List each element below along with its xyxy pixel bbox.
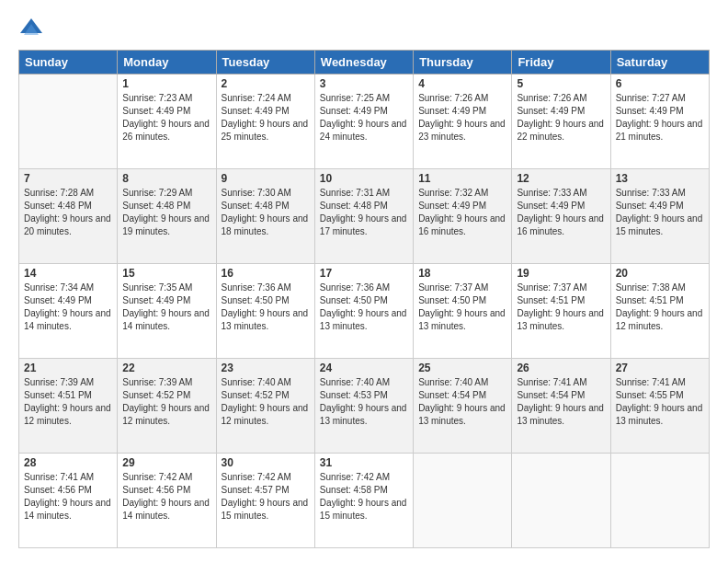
day-number: 23 <box>222 362 310 374</box>
day-number: 4 <box>418 77 506 90</box>
day-number: 1 <box>122 77 210 90</box>
day-number: 14 <box>24 267 112 280</box>
page: SundayMondayTuesdayWednesdayThursdayFrid… <box>0 0 728 563</box>
calendar-cell: 24Sunrise: 7:40 AMSunset: 4:53 PMDayligh… <box>314 359 413 454</box>
day-number: 21 <box>24 362 112 374</box>
col-header-monday: Monday <box>118 51 216 75</box>
day-number: 7 <box>24 172 112 185</box>
day-number: 11 <box>418 172 506 185</box>
calendar-cell <box>610 454 709 548</box>
day-info: Sunrise: 7:41 AMSunset: 4:56 PMDaylight:… <box>24 471 112 523</box>
day-number: 30 <box>222 456 310 469</box>
calendar-week-row: 21Sunrise: 7:39 AMSunset: 4:51 PMDayligh… <box>19 359 710 454</box>
calendar-cell: 10Sunrise: 7:31 AMSunset: 4:48 PMDayligh… <box>314 169 413 264</box>
day-info: Sunrise: 7:26 AMSunset: 4:49 PMDaylight:… <box>418 92 506 144</box>
day-info: Sunrise: 7:25 AMSunset: 4:49 PMDaylight:… <box>320 92 408 144</box>
day-number: 6 <box>616 77 704 90</box>
calendar-week-row: 28Sunrise: 7:41 AMSunset: 4:56 PMDayligh… <box>19 454 710 548</box>
day-info: Sunrise: 7:40 AMSunset: 4:53 PMDaylight:… <box>320 376 408 428</box>
day-info: Sunrise: 7:40 AMSunset: 4:52 PMDaylight:… <box>222 376 310 428</box>
calendar-cell: 27Sunrise: 7:41 AMSunset: 4:55 PMDayligh… <box>610 359 709 454</box>
day-info: Sunrise: 7:39 AMSunset: 4:52 PMDaylight:… <box>122 376 210 428</box>
day-info: Sunrise: 7:42 AMSunset: 4:56 PMDaylight:… <box>122 471 210 523</box>
day-number: 17 <box>320 267 408 280</box>
day-info: Sunrise: 7:38 AMSunset: 4:51 PMDaylight:… <box>616 282 704 333</box>
day-number: 2 <box>222 77 310 90</box>
calendar-cell: 23Sunrise: 7:40 AMSunset: 4:52 PMDayligh… <box>216 359 314 454</box>
calendar-cell: 8Sunrise: 7:29 AMSunset: 4:48 PMDaylight… <box>118 169 216 264</box>
day-info: Sunrise: 7:32 AMSunset: 4:49 PMDaylight:… <box>418 187 506 238</box>
calendar-cell: 31Sunrise: 7:42 AMSunset: 4:58 PMDayligh… <box>314 454 413 548</box>
calendar-cell: 15Sunrise: 7:35 AMSunset: 4:49 PMDayligh… <box>118 264 216 359</box>
day-number: 19 <box>517 267 605 280</box>
day-number: 16 <box>222 267 310 280</box>
day-number: 26 <box>517 362 605 374</box>
calendar-cell: 13Sunrise: 7:33 AMSunset: 4:49 PMDayligh… <box>610 169 709 264</box>
day-info: Sunrise: 7:36 AMSunset: 4:50 PMDaylight:… <box>222 282 310 333</box>
calendar-cell <box>512 454 610 548</box>
col-header-saturday: Saturday <box>610 51 709 75</box>
calendar-cell: 17Sunrise: 7:36 AMSunset: 4:50 PMDayligh… <box>314 264 413 359</box>
calendar-cell: 12Sunrise: 7:33 AMSunset: 4:49 PMDayligh… <box>512 169 610 264</box>
day-number: 12 <box>517 172 605 185</box>
day-number: 3 <box>320 77 408 90</box>
day-info: Sunrise: 7:42 AMSunset: 4:58 PMDaylight:… <box>320 471 408 523</box>
day-info: Sunrise: 7:26 AMSunset: 4:49 PMDaylight:… <box>517 92 605 144</box>
calendar-cell: 7Sunrise: 7:28 AMSunset: 4:48 PMDaylight… <box>19 169 118 264</box>
calendar-cell: 30Sunrise: 7:42 AMSunset: 4:57 PMDayligh… <box>216 454 314 548</box>
day-number: 27 <box>616 362 704 374</box>
day-info: Sunrise: 7:30 AMSunset: 4:48 PMDaylight:… <box>222 187 310 238</box>
calendar-cell: 16Sunrise: 7:36 AMSunset: 4:50 PMDayligh… <box>216 264 314 359</box>
day-info: Sunrise: 7:36 AMSunset: 4:50 PMDaylight:… <box>320 282 408 333</box>
calendar-cell <box>414 454 512 548</box>
day-info: Sunrise: 7:33 AMSunset: 4:49 PMDaylight:… <box>517 187 605 238</box>
day-number: 28 <box>24 456 112 469</box>
day-info: Sunrise: 7:37 AMSunset: 4:51 PMDaylight:… <box>517 282 605 333</box>
calendar-cell: 2Sunrise: 7:24 AMSunset: 4:49 PMDaylight… <box>216 75 314 169</box>
day-info: Sunrise: 7:34 AMSunset: 4:49 PMDaylight:… <box>24 282 112 333</box>
day-number: 31 <box>320 456 408 469</box>
calendar-cell: 18Sunrise: 7:37 AMSunset: 4:50 PMDayligh… <box>414 264 512 359</box>
day-number: 18 <box>418 267 506 280</box>
day-number: 15 <box>122 267 210 280</box>
day-number: 24 <box>320 362 408 374</box>
calendar-cell: 5Sunrise: 7:26 AMSunset: 4:49 PMDaylight… <box>512 75 610 169</box>
day-number: 10 <box>320 172 408 185</box>
calendar-week-row: 14Sunrise: 7:34 AMSunset: 4:49 PMDayligh… <box>19 264 710 359</box>
day-info: Sunrise: 7:31 AMSunset: 4:48 PMDaylight:… <box>320 187 408 238</box>
col-header-wednesday: Wednesday <box>314 51 413 75</box>
day-info: Sunrise: 7:29 AMSunset: 4:48 PMDaylight:… <box>122 187 210 238</box>
calendar-cell: 19Sunrise: 7:37 AMSunset: 4:51 PMDayligh… <box>512 264 610 359</box>
day-number: 25 <box>418 362 506 374</box>
day-info: Sunrise: 7:24 AMSunset: 4:49 PMDaylight:… <box>222 92 310 144</box>
calendar-cell <box>19 75 118 169</box>
day-info: Sunrise: 7:40 AMSunset: 4:54 PMDaylight:… <box>418 376 506 428</box>
calendar-cell: 22Sunrise: 7:39 AMSunset: 4:52 PMDayligh… <box>118 359 216 454</box>
day-info: Sunrise: 7:28 AMSunset: 4:48 PMDaylight:… <box>24 187 112 238</box>
calendar-cell: 20Sunrise: 7:38 AMSunset: 4:51 PMDayligh… <box>610 264 709 359</box>
calendar-header-row: SundayMondayTuesdayWednesdayThursdayFrid… <box>19 51 710 75</box>
logo-icon <box>18 15 44 40</box>
header <box>18 15 710 40</box>
calendar-cell: 14Sunrise: 7:34 AMSunset: 4:49 PMDayligh… <box>19 264 118 359</box>
calendar-cell: 29Sunrise: 7:42 AMSunset: 4:56 PMDayligh… <box>118 454 216 548</box>
day-number: 29 <box>122 456 210 469</box>
calendar-week-row: 7Sunrise: 7:28 AMSunset: 4:48 PMDaylight… <box>19 169 710 264</box>
day-info: Sunrise: 7:27 AMSunset: 4:49 PMDaylight:… <box>616 92 704 144</box>
day-info: Sunrise: 7:39 AMSunset: 4:51 PMDaylight:… <box>24 376 112 428</box>
day-number: 8 <box>122 172 210 185</box>
calendar-cell: 21Sunrise: 7:39 AMSunset: 4:51 PMDayligh… <box>19 359 118 454</box>
calendar-cell: 4Sunrise: 7:26 AMSunset: 4:49 PMDaylight… <box>414 75 512 169</box>
calendar-week-row: 1Sunrise: 7:23 AMSunset: 4:49 PMDaylight… <box>19 75 710 169</box>
day-info: Sunrise: 7:41 AMSunset: 4:55 PMDaylight:… <box>616 376 704 428</box>
day-info: Sunrise: 7:23 AMSunset: 4:49 PMDaylight:… <box>122 92 210 144</box>
day-info: Sunrise: 7:42 AMSunset: 4:57 PMDaylight:… <box>222 471 310 523</box>
day-number: 13 <box>616 172 704 185</box>
calendar-cell: 25Sunrise: 7:40 AMSunset: 4:54 PMDayligh… <box>414 359 512 454</box>
day-number: 20 <box>616 267 704 280</box>
logo <box>18 15 48 40</box>
calendar-cell: 6Sunrise: 7:27 AMSunset: 4:49 PMDaylight… <box>610 75 709 169</box>
day-number: 22 <box>122 362 210 374</box>
calendar-table: SundayMondayTuesdayWednesdayThursdayFrid… <box>18 50 710 548</box>
day-info: Sunrise: 7:41 AMSunset: 4:54 PMDaylight:… <box>517 376 605 428</box>
